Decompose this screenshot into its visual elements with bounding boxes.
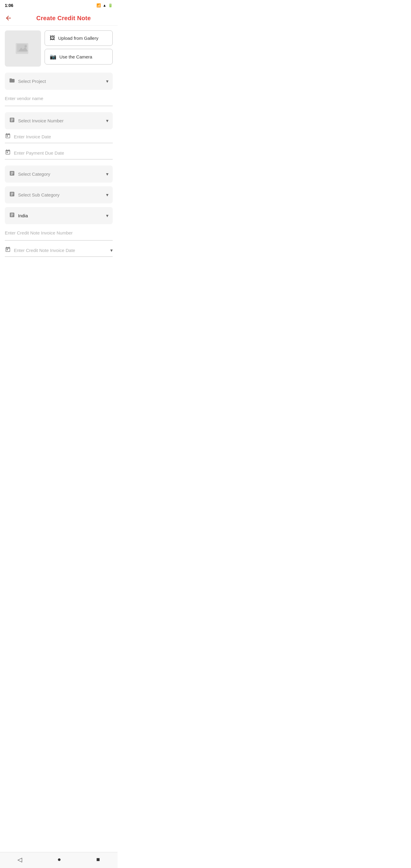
use-camera-button[interactable]: 📷 Use the Camera: [44, 49, 113, 64]
calendar-icon-3: [5, 247, 11, 254]
select-sub-category-dropdown[interactable]: Select Sub Category ▾: [5, 186, 113, 204]
invoice-number-icon: [9, 117, 15, 124]
battery-icon: 🔋: [108, 3, 113, 7]
chevron-down-icon-2: ▾: [106, 118, 108, 124]
credit-note-invoice-date-label: Enter Credit Note Invoice Date: [14, 248, 107, 253]
country-value-label: India: [18, 213, 103, 218]
select-sub-category-label: Select Sub Category: [18, 192, 103, 197]
image-preview: [5, 30, 41, 67]
chevron-down-icon-4: ▾: [106, 192, 108, 198]
svg-point-2: [24, 45, 27, 48]
gallery-icon: 🖼: [50, 35, 55, 41]
select-category-label: Select Category: [18, 172, 103, 177]
invoice-date-label: Enter Invoice Date: [14, 134, 113, 139]
select-invoice-number-label: Select Invoice Number: [18, 118, 103, 123]
app-bar: Create Credit Note: [0, 11, 118, 26]
calendar-icon-2: [5, 149, 11, 157]
wifi-icon: ▲: [103, 3, 106, 7]
payment-due-date-label: Enter Payment Due Date: [14, 150, 113, 156]
credit-note-invoice-number-field: [5, 228, 113, 241]
credit-note-invoice-date-field[interactable]: Enter Credit Note Invoice Date ▾: [5, 247, 113, 257]
upload-area: 🖼 Upload from Gallery 📷 Use the Camera: [5, 30, 113, 67]
sub-category-icon: [9, 191, 15, 198]
select-category-dropdown[interactable]: Select Category ▾: [5, 165, 113, 183]
nav-back-button[interactable]: ◁: [11, 855, 28, 864]
main-content: 🖼 Upload from Gallery 📷 Use the Camera S…: [0, 26, 118, 280]
status-icons: 📶 ▲ 🔋: [96, 3, 113, 7]
payment-due-date-field[interactable]: Enter Payment Due Date: [5, 149, 113, 159]
chevron-down-icon-3: ▾: [106, 171, 108, 177]
camera-icon: 📷: [50, 53, 56, 60]
bottom-nav: ◁ ● ■: [0, 852, 118, 868]
vendor-name-input[interactable]: [5, 93, 113, 103]
nav-recents-button[interactable]: ■: [90, 855, 106, 864]
calendar-icon-1: [5, 133, 11, 141]
status-time: 1:06: [5, 3, 13, 8]
nav-square-icon: ■: [96, 856, 100, 863]
page-title: Create Credit Note: [14, 15, 113, 22]
upload-gallery-button[interactable]: 🖼 Upload from Gallery: [44, 30, 113, 46]
upload-buttons: 🖼 Upload from Gallery 📷 Use the Camera: [44, 30, 113, 67]
chevron-down-icon: ▾: [106, 79, 108, 84]
nav-home-icon: ●: [57, 856, 61, 863]
chevron-down-icon-6: ▾: [110, 247, 113, 253]
select-project-dropdown[interactable]: Select Project ▾: [5, 73, 113, 90]
category-icon: [9, 170, 15, 178]
nav-back-icon: ◁: [18, 856, 22, 863]
back-button[interactable]: [5, 14, 12, 22]
invoice-date-field[interactable]: Enter Invoice Date: [5, 133, 113, 143]
project-icon: [9, 78, 15, 85]
credit-note-invoice-number-input[interactable]: [5, 228, 113, 238]
select-invoice-number-dropdown[interactable]: Select Invoice Number ▾: [5, 112, 113, 129]
chevron-down-icon-5: ▾: [106, 213, 108, 218]
nav-home-button[interactable]: ●: [51, 855, 67, 864]
select-project-label: Select Project: [18, 79, 103, 84]
country-icon: [9, 212, 15, 219]
vendor-name-field: [5, 93, 113, 106]
country-dropdown[interactable]: India ▾: [5, 207, 113, 224]
status-bar: 1:06 📶 ▲ 🔋: [0, 0, 118, 11]
signal-icon: 📶: [96, 3, 101, 7]
